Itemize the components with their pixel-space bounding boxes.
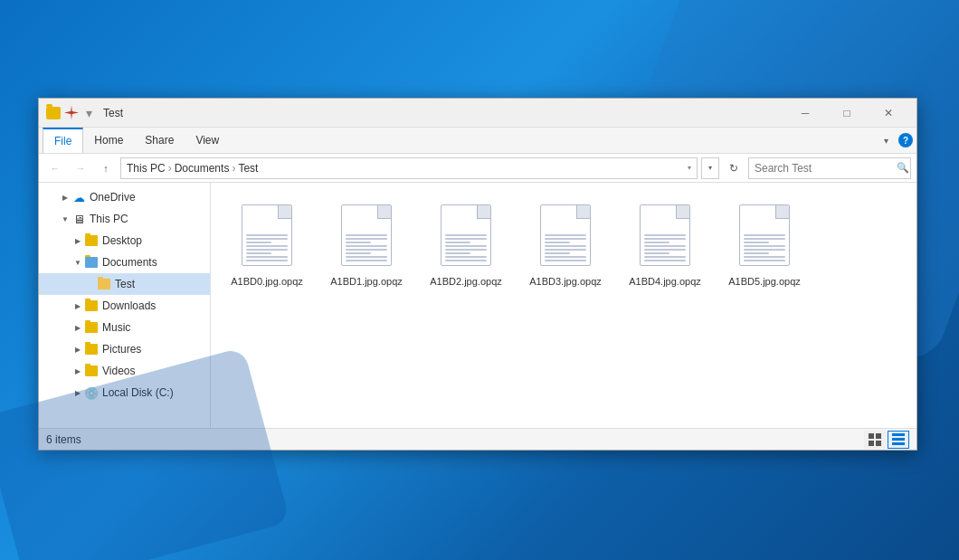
tab-home[interactable]: Home [83, 128, 134, 153]
file-doc-line [346, 252, 371, 254]
file-item[interactable]: A1BD5.jpg.opqz [719, 194, 810, 417]
path-sep-1: › [168, 162, 172, 175]
tab-file[interactable]: File [43, 128, 83, 153]
file-doc-line [445, 252, 470, 254]
sidebar-label-desktop: Desktop [102, 234, 142, 247]
file-doc-line [445, 256, 487, 258]
disk-icon: 💿 [84, 385, 99, 400]
sidebar-item-thispc[interactable]: ▼ 🖥 This PC [39, 208, 210, 230]
minimize-button[interactable]: ─ [784, 99, 826, 128]
file-name: A1BD0.jpg.opqz [231, 275, 303, 288]
view-list-button[interactable] [888, 431, 909, 449]
maximize-button[interactable]: □ [826, 99, 868, 128]
file-doc-line [246, 252, 271, 254]
title-bar-icons: ▾ [46, 106, 96, 120]
search-icon[interactable]: 🔍 [896, 158, 910, 178]
sidebar-item-pictures[interactable]: ▶ Pictures [39, 338, 210, 360]
file-doc-line [644, 249, 686, 251]
file-icon-container [235, 199, 299, 271]
sidebar-label-onedrive: OneDrive [90, 191, 136, 204]
expand-arrow-onedrive: ▶ [59, 191, 71, 204]
file-doc-line [545, 242, 570, 243]
ribbon-expand: ▾ ? [877, 131, 913, 149]
file-doc-line [644, 256, 686, 258]
file-doc-line [545, 252, 570, 254]
view-grid-button[interactable] [864, 431, 886, 449]
file-doc-line [644, 242, 669, 243]
svg-rect-5 [892, 438, 905, 441]
window-folder-icon [46, 107, 61, 119]
search-input[interactable] [749, 162, 896, 175]
file-doc-line [545, 260, 586, 261]
tab-view[interactable]: View [185, 128, 230, 153]
file-name: A1BD2.jpg.opqz [430, 275, 502, 288]
file-doc-line [744, 242, 769, 243]
back-button[interactable]: ← [44, 157, 66, 179]
ribbon-expand-icon[interactable]: ▾ [877, 131, 895, 149]
file-doc-line [744, 249, 785, 251]
file-doc-lines [545, 234, 586, 261]
close-button[interactable]: ✕ [868, 99, 909, 128]
file-doc-icon [739, 204, 790, 266]
file-doc-line [346, 256, 387, 258]
sidebar-item-onedrive[interactable]: ▶ ☁ OneDrive [39, 186, 210, 208]
file-item[interactable]: A1BD4.jpg.opqz [620, 194, 710, 417]
search-box: 🔍 [748, 157, 911, 179]
sidebar-label-videos: Videos [102, 365, 135, 377]
address-dropdown-btn[interactable]: ▾ [701, 157, 719, 179]
file-name: A1BD1.jpg.opqz [330, 275, 403, 288]
forward-button[interactable]: → [70, 157, 91, 179]
sidebar-item-localdisk[interactable]: ▶ 💿 Local Disk (C:) [39, 382, 210, 403]
path-part-thispc: This PC [127, 162, 166, 175]
expand-arrow-music: ▶ [71, 321, 84, 334]
sidebar-item-desktop[interactable]: ▶ Desktop [39, 230, 210, 252]
sidebar-label-test: Test [115, 278, 135, 290]
sidebar-label-music: Music [102, 321, 130, 334]
ribbon-tabs: File Home Share View ▾ ? [39, 128, 916, 153]
up-button[interactable]: ↑ [95, 157, 117, 179]
sidebar-item-test[interactable]: Test [39, 273, 210, 295]
file-doc-line [445, 238, 487, 240]
desktop-icon [84, 233, 99, 248]
downloads-icon [84, 299, 99, 313]
file-doc-lines [644, 234, 686, 261]
tab-share[interactable]: Share [134, 128, 185, 153]
content-area: A1BD0.jpg.opqzA1BD1.jpg.opqzA1BD2.jpg.op… [211, 183, 916, 428]
file-item[interactable]: A1BD0.jpg.opqz [222, 194, 312, 417]
file-doc-line [644, 238, 686, 240]
sidebar-item-documents[interactable]: ▼ Documents [39, 252, 210, 273]
file-doc-line [246, 256, 288, 258]
svg-rect-0 [869, 433, 874, 439]
sidebar-item-downloads[interactable]: ▶ Downloads [39, 295, 210, 317]
file-doc-line [545, 234, 586, 236]
file-item[interactable]: A1BD2.jpg.opqz [421, 194, 511, 417]
address-path[interactable]: This PC › Documents › Test ▾ [120, 157, 698, 179]
svg-rect-1 [876, 433, 881, 439]
sidebar-item-videos[interactable]: ▶ Videos [39, 360, 210, 382]
file-icon-container [534, 199, 597, 271]
file-doc-line [445, 260, 487, 261]
expand-arrow-documents: ▼ [71, 256, 84, 269]
file-doc-line [744, 260, 785, 261]
expand-arrow-pictures: ▶ [71, 343, 84, 356]
file-doc-line [246, 260, 288, 261]
file-item[interactable]: A1BD1.jpg.opqz [321, 194, 412, 417]
file-icon-container [335, 199, 398, 271]
file-name: A1BD4.jpg.opqz [629, 275, 701, 288]
help-icon[interactable]: ? [898, 133, 913, 147]
file-doc-line [744, 238, 785, 240]
documents-icon [84, 255, 99, 270]
title-bar-separator: ▾ [86, 106, 92, 120]
file-doc-line [545, 238, 586, 240]
refresh-button[interactable]: ↻ [723, 157, 745, 179]
sidebar-item-music[interactable]: ▶ Music [39, 317, 210, 338]
file-name: A1BD3.jpg.opqz [529, 275, 602, 288]
file-doc-line [545, 256, 586, 258]
file-item[interactable]: A1BD3.jpg.opqz [520, 194, 611, 417]
file-doc-icon [242, 204, 292, 266]
file-doc-line [644, 234, 686, 236]
window-controls: ─ □ ✕ [784, 99, 909, 128]
file-doc-line [644, 245, 686, 247]
svg-rect-2 [869, 441, 874, 446]
sidebar-label-thispc: This PC [90, 213, 128, 225]
